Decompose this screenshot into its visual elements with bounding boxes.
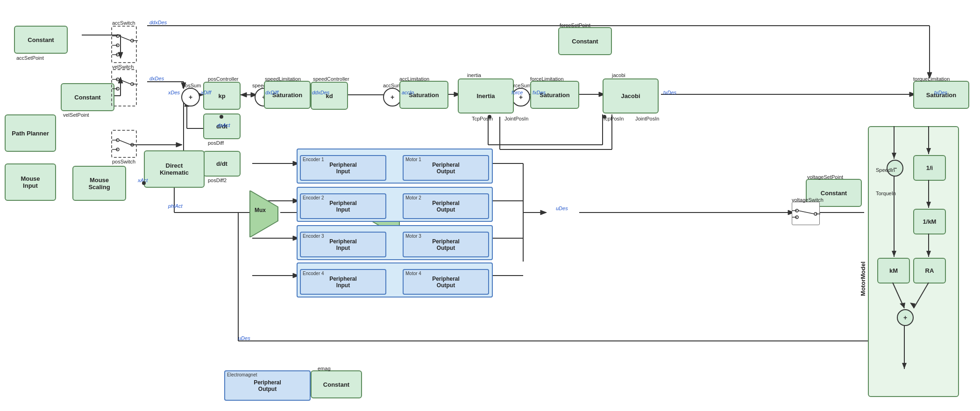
force-label: force (511, 90, 523, 95)
pos-switch-block (111, 130, 137, 158)
vel-switch-label: velSwitch (112, 64, 134, 70)
txdes-label2: txDes (934, 90, 947, 95)
peripheral-group-2: Encoder 2 PeripheralInput Motor 2 Periph… (297, 187, 493, 222)
plus-symbol: + (903, 314, 907, 321)
pos-diff2-label: posDiff2 (208, 177, 227, 183)
pos-switch-svg (112, 131, 138, 159)
fxdes-label: fxDes (533, 90, 546, 95)
path-planner-block: Path Planner (5, 114, 56, 152)
inertia-label: Inertia (476, 92, 495, 99)
voltage-setpoint-label: voltageSetPoint (807, 174, 843, 180)
jacobi-signal-label: jacobi (612, 72, 625, 78)
force-lim-label: forceLimitation (530, 76, 564, 82)
motor1-label: Motor 1 (405, 157, 421, 162)
junction-dot-1 (220, 115, 223, 119)
encoder3-input-label: PeripheralInput (329, 238, 357, 251)
inertia-block: Inertia (458, 78, 514, 113)
motor4-label: Motor 4 (405, 271, 421, 276)
mouse-scaling-block: MouseScaling (72, 166, 126, 201)
phiact-label: phiAct (168, 203, 183, 209)
peripheral-group-1: Encoder 1 PeripheralInput Motor 1 Periph… (297, 149, 493, 184)
acc-sum-node: + (383, 88, 402, 106)
encoder1-input-label: PeripheralInput (329, 162, 357, 175)
pos-diff-label: posDiff (208, 140, 224, 146)
ddt2-label: d/dt (216, 160, 227, 167)
svg-line-102 (119, 140, 131, 145)
junction-dot-3 (488, 115, 491, 119)
speed-controller-label: speedController (313, 76, 349, 82)
acc-lim-label: accLimitation (399, 76, 429, 82)
motor3-label: Motor 3 (405, 234, 421, 239)
encoder2-input-label: PeripheralInput (329, 200, 357, 213)
encoder3-label: Encoder 3 (303, 234, 324, 239)
const-voltage-label: Constant (821, 190, 847, 197)
mux-label: Mux (255, 207, 266, 213)
km-block: kM (877, 258, 910, 283)
voltage-switch-svg (792, 202, 820, 226)
acc-switch-label: accSwitch (112, 20, 135, 26)
jacobi-label: Jacobi (621, 92, 640, 99)
voltage-switch-label: voltageSwitch (792, 197, 824, 203)
const-emag-label: Constant (323, 381, 349, 388)
mouse-input-block: MouseInput (5, 163, 56, 201)
kp-label: kp (218, 92, 225, 99)
ddxdes-label1: ddxDes (149, 20, 167, 25)
torquein-label: TorqueIn (876, 191, 896, 196)
ra-label: RA (925, 267, 934, 274)
svg-marker-57 (176, 142, 182, 147)
emag-label: Electromagnet (227, 372, 257, 377)
speedin-label: SpeedIn (876, 167, 895, 173)
acc-switch-svg (112, 27, 138, 64)
inv-km-label: 1/kM (923, 218, 937, 225)
mux-svg (248, 191, 280, 237)
mouse-input-label: MouseInput (21, 175, 40, 189)
const-vel-block: Constant (61, 83, 114, 111)
const-force-block: Constant (558, 27, 612, 55)
jointposin-label2: JointPosIn (635, 116, 659, 121)
ra-block: RA (913, 258, 946, 283)
ddxdes-label2: ddxDes (312, 90, 329, 95)
peripheral-group-3: Encoder 3 PeripheralInput Motor 3 Periph… (297, 225, 493, 260)
torque-lim-label: torqueLimitation (913, 76, 950, 82)
vel-setpoint-label: velSetPoint (63, 112, 89, 118)
const-force-label: Constant (572, 38, 598, 45)
udes-label1: uDes (556, 206, 568, 211)
speed-lim-label: speedLimitation (265, 76, 301, 82)
vel-switch-block (111, 69, 137, 106)
udes-label2: uDes (238, 335, 250, 341)
force-setpoint-label: forceSetPoint (560, 22, 590, 28)
motor3-output-label: PeripheralOutput (432, 238, 460, 251)
acc-setpoint-label: accSetPoint (16, 55, 44, 61)
pos-sum-symbol: + (189, 93, 192, 101)
const-acc-block: Constant (14, 26, 68, 54)
dxact-label: dxAct (217, 122, 230, 128)
junction-dot-4 (603, 115, 606, 119)
peripheral-group-4: Encoder 4 PeripheralInput Motor 4 Periph… (297, 262, 493, 298)
const-vel-label: Constant (74, 94, 100, 101)
inv-i-label: 1/i (926, 164, 933, 171)
svg-marker-6 (241, 92, 247, 97)
inertia-signal-label: inertia (467, 72, 481, 78)
encoder4-input-label: PeripheralInput (329, 276, 357, 289)
voltage-switch-block (792, 202, 820, 225)
junction-dot-2 (142, 181, 146, 185)
plus-node: + (897, 309, 914, 326)
emag-output-label: PeripheralOutput (254, 379, 281, 392)
acc-sum-label: accSum (383, 83, 402, 88)
direct-kin-block: DirectKinematic (144, 150, 205, 188)
xdes-label: xDes (168, 90, 180, 95)
svg-line-86 (119, 36, 131, 41)
motor1-output-block: Motor 1 PeripheralOutput (403, 155, 489, 181)
acc-switch-block (111, 26, 137, 63)
svg-line-95 (119, 79, 131, 84)
accin-label: accIn (402, 90, 414, 95)
jacobi-block: Jacobi (603, 78, 659, 113)
diagram-container: Path Planner MouseInput MouseScaling Con… (0, 0, 980, 411)
svg-marker-106 (250, 191, 278, 237)
encoder1-input-block: Encoder 1 PeripheralInput (300, 155, 386, 181)
pos-sum-node: + (181, 88, 200, 106)
pos-switch-label: posSwitch (112, 159, 135, 164)
const-emag-block: Constant (311, 370, 362, 398)
km-label: kM (889, 267, 898, 274)
motor3-output-block: Motor 3 PeripheralOutput (403, 232, 489, 257)
